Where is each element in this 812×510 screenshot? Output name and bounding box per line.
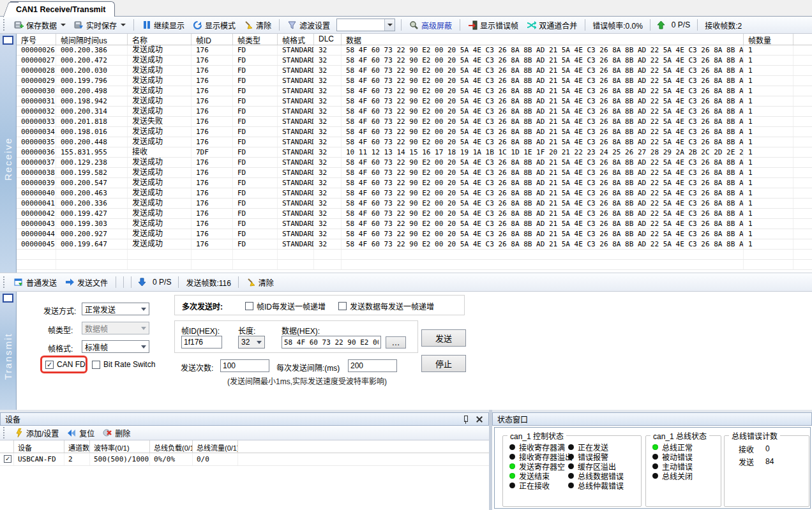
send-times-input[interactable] [220,359,269,372]
frame-type-select[interactable]: 数据帧 [82,322,149,334]
save-data-button[interactable]: 保存数据 [12,19,68,32]
add-setup-button[interactable]: 添加/设置 [12,426,61,440]
tab-can1-receive-transmit[interactable]: CAN1 Receive/Transmit [10,1,115,17]
send-file-button[interactable]: 发送文件 [63,276,110,289]
close-icon[interactable] [475,415,484,424]
table-cell: FD [233,117,278,126]
column-header[interactable]: 帧类型 [233,34,278,45]
dual-channel-merge-button[interactable]: 双通道合并 [525,19,579,32]
column-header[interactable]: 帧数量 [744,34,793,45]
status-led-item: 总线仲裁错误 [568,481,624,490]
separator [650,19,650,31]
table-cell: STANDARD [278,168,314,177]
data-more-button[interactable]: … [386,336,406,349]
column-header[interactable]: 帧ID [192,34,233,45]
normal-send-button[interactable]: 普通发送 [12,276,59,289]
send-mode-select[interactable]: 正常发送 [82,303,149,315]
table-cell: STANDARD [278,229,314,239]
can-fd-checkbox[interactable]: CAN FD [45,360,86,369]
toolbar-grip[interactable] [3,427,6,439]
frame-id-input[interactable] [181,336,222,349]
table-row[interactable]: 00000031000.198.942发送成功176FDSTANDARD3258… [17,96,812,107]
table-row[interactable]: 00000045000.199.647发送成功176FDSTANDARD3258… [17,239,812,250]
filter-settings-button[interactable]: 滤波设置 [285,19,332,32]
device-table-row[interactable]: USBCAN-FD 2 500(500)/1000(5000) 0%/0% 0/… [0,453,489,466]
status-led-label: 总线关闭 [662,470,693,481]
column-header[interactable]: 总线流量(0/1) [193,440,238,453]
combobox-dropdown-button[interactable] [384,19,395,31]
data-hex-input[interactable] [282,336,381,349]
table-row[interactable]: 00000027000.200.472发送成功176FDSTANDARD3258… [17,56,812,66]
column-header[interactable]: 总线负载(0/1) [150,440,193,453]
realtime-save-dropdown-caret[interactable] [121,24,126,26]
receive-side-label: Receive [3,45,13,273]
clear-receive-button[interactable]: 清除 [242,19,273,32]
table-cell: 58 4F 60 73 22 90 E2 00 20 5A 4E C3 26 8… [342,168,744,177]
receive-side-tab[interactable]: Receive [0,34,17,273]
table-row[interactable]: 00000033000.201.818发送失败176FDSTANDARD3258… [17,117,812,127]
table-row[interactable]: 00000030000.200.498发送成功176FDSTANDARD3258… [17,86,812,96]
bus-error-count-rows: 接收0发送84 [725,442,809,468]
column-header[interactable]: 设备 [14,440,64,453]
column-header[interactable]: 波特率(0/1) [90,440,150,453]
table-row[interactable]: 00000042000.199.427发送成功176FDSTANDARD3258… [17,209,812,219]
show-error-frames-button[interactable]: 显示错误帧 [466,19,520,32]
column-header[interactable] [0,440,14,453]
interval-input[interactable] [348,359,397,372]
column-header[interactable]: 帧间隔时间us [56,34,128,45]
display-mode-button[interactable]: 显示模式 [191,19,237,32]
continue-display-button[interactable]: 继续显示 [140,19,186,32]
pin-icon[interactable] [461,415,470,424]
table-row[interactable]: 00000036155.831.955接收7DFFDSTANDARD3210 1… [17,147,812,158]
table-row[interactable]: 00000032000.200.314发送成功176FDSTANDARD3258… [17,107,812,117]
data-increment-checkbox[interactable]: 发送数据每发送一帧递增 [338,301,434,311]
table-row[interactable]: 00000038000.199.582发送成功176FDSTANDARD3258… [17,168,812,178]
bit-rate-switch-checkbox[interactable]: Bit Rate Switch [92,360,155,369]
table-row[interactable]: 00000029000.199.796发送成功176FDSTANDARD3258… [17,76,812,86]
table-cell: 发送成功 [128,137,192,147]
table-cell: STANDARD [278,137,314,147]
table-row[interactable]: 00000034000.198.016发送成功176FDSTANDARD3258… [17,127,812,137]
filter-combobox[interactable] [336,19,395,31]
table-row[interactable]: 00000028000.200.030发送成功176FDSTANDARD3258… [17,66,812,76]
advanced-mask-button[interactable]: 高级屏蔽 [407,19,454,32]
reset-button[interactable]: 复位 [65,426,96,440]
clear-transmit-button[interactable]: 清除 [244,276,276,289]
save-data-dropdown-caret[interactable] [61,24,66,26]
delete-button[interactable]: 删除 [101,426,132,440]
table-row[interactable]: 00000043000.199.303发送成功176FDSTANDARD3258… [17,219,812,229]
column-header[interactable]: DLC [314,34,342,45]
column-header[interactable]: 名称 [128,34,192,45]
toolbar-grip[interactable] [3,19,6,31]
send-file-label: 发送文件 [77,277,108,288]
id-increment-checkbox[interactable]: 帧ID每发送一帧递增 [245,301,326,311]
length-select[interactable]: 32 [238,336,265,349]
stop-button[interactable]: 停止 [421,355,466,372]
separator [133,19,134,31]
table-row[interactable]: 00000035000.200.448发送成功176FDSTANDARD3258… [17,137,812,147]
table-cell: 发送成功 [128,45,192,55]
frame-format-select[interactable]: 标准帧 [82,340,149,353]
table-row[interactable]: 00000026000.200.386发送成功176FDSTANDARD3258… [17,45,812,56]
column-header[interactable]: 帧格式 [278,34,314,45]
table-row[interactable]: 00000041000.200.336发送成功176FDSTANDARD3258… [17,199,812,209]
transmit-side-tab[interactable]: Transmit [0,292,17,410]
toolbar-grip[interactable] [3,276,6,288]
table-cell: 58 4F 60 73 22 90 E2 00 20 5A 4E C3 26 8… [342,178,744,188]
separator [585,19,585,31]
device-table: 设备通道数波特率(0/1)总线负载(0/1)总线流量(0/1) USBCAN-F… [0,440,489,466]
column-header[interactable]: 通道数 [64,440,90,453]
interval-note: (发送间隔最小1ms,实际发送速度受波特率影响) [227,375,387,386]
table-row[interactable]: 00000039000.200.547发送成功176FDSTANDARD3258… [17,178,812,188]
table-cell: 176 [192,137,233,147]
chevron-down-icon [141,327,146,330]
table-cell: 000.198.942 [56,96,128,106]
table-row[interactable]: 00000037000.129.238发送成功176FDSTANDARD3258… [17,158,812,168]
column-header[interactable]: 数据 [342,34,744,45]
table-row[interactable]: 00000044000.200.927发送成功176FDSTANDARD3258… [17,229,812,239]
realtime-save-button[interactable]: 实时保存 [72,19,128,32]
device-checkbox[interactable] [0,453,14,465]
send-button[interactable]: 发送 [421,329,466,347]
table-row[interactable]: 00000040000.200.463发送成功176FDSTANDARD3258… [17,188,812,199]
column-header[interactable]: 序号 [17,34,56,45]
